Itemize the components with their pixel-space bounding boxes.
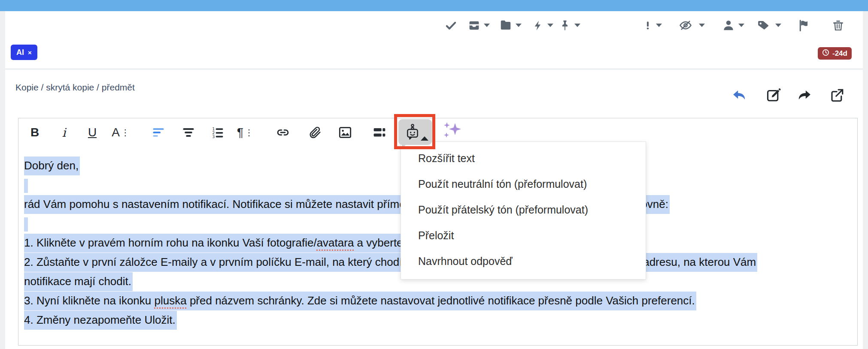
top-accent-bar <box>0 0 868 11</box>
ai-menu-item[interactable]: Přeložit <box>401 223 646 248</box>
edit-compose-icon <box>766 87 781 105</box>
breadcrumb-link[interactable]: skrytá kopie <box>46 82 94 92</box>
sparkles-icon <box>441 120 463 143</box>
align-left-button[interactable] <box>148 122 169 143</box>
person-icon <box>722 19 735 32</box>
paragraph-icon: ¶ <box>237 126 243 139</box>
editor-line: 3. Nyní klikněte na ikonku pluska před n… <box>24 291 854 310</box>
paragraph-format-button[interactable]: ¶ ⋮ <box>235 122 255 143</box>
exclamation-icon <box>643 19 653 32</box>
breadcrumb-link[interactable]: Kopie <box>15 82 39 92</box>
ai-menu-item[interactable]: Použít přátelský tón (přeformulovat) <box>401 197 646 223</box>
image-icon <box>338 126 352 139</box>
italic-button[interactable]: i <box>54 122 74 143</box>
text-segment: 3. Nyní klikněte na ikonku <box>24 294 155 307</box>
flag-icon <box>798 19 810 32</box>
misspelled-word: pluska <box>155 294 187 307</box>
sla-countdown-badge: -24d <box>818 47 852 60</box>
automation-button[interactable] <box>532 18 553 33</box>
forward-arrow-icon <box>796 88 813 104</box>
flag-button[interactable] <box>798 18 810 33</box>
selected-text: 4. Změny nezapomeňte Uložit. <box>24 311 177 330</box>
edit-button[interactable] <box>765 87 782 105</box>
reply-arrow-icon <box>731 88 747 104</box>
paperclip-icon <box>308 126 322 139</box>
menu-open-caret-icon <box>421 136 428 141</box>
done-button[interactable] <box>445 18 457 33</box>
archive-tray-icon <box>468 19 480 32</box>
ai-menu-item[interactable]: Rozšířit text <box>401 145 646 171</box>
check-icon <box>445 19 457 32</box>
text-segment: 4. Změny nezapomeňte Uložit. <box>24 313 176 326</box>
font-style-button[interactable]: A ⋮ <box>110 122 131 143</box>
selected-text: notifikace mají chodit. <box>24 272 133 291</box>
ai-assistant-menu: Rozšířit textPoužít neutrální tón (přefo… <box>401 141 646 280</box>
ordered-list-button[interactable]: 123 <box>207 122 228 143</box>
ai-menu-item[interactable]: Navrhnout odpověď <box>401 248 646 274</box>
align-center-button[interactable] <box>178 122 199 143</box>
font-letter: A <box>112 126 120 139</box>
reply-button[interactable] <box>731 87 748 105</box>
link-icon <box>275 126 291 139</box>
selection-strip <box>24 217 28 232</box>
attachment-button[interactable] <box>305 122 325 143</box>
folder-icon <box>499 19 512 32</box>
align-left-icon <box>151 126 166 139</box>
text-segment: před názvem schránky. Zde si můžete nast… <box>187 294 695 307</box>
folder-button[interactable] <box>499 18 522 33</box>
editor-line: 4. Změny nezapomeňte Uložit. <box>24 310 854 330</box>
insert-image-button[interactable] <box>335 122 355 143</box>
selection-strip <box>24 179 28 193</box>
share-button[interactable] <box>829 87 846 105</box>
svg-text:3: 3 <box>212 135 215 139</box>
text-segment: Dobrý den, <box>24 159 79 172</box>
remove-tag-icon[interactable]: × <box>28 49 32 56</box>
breadcrumb-separator: / <box>94 82 102 92</box>
hide-caret-icon <box>699 24 705 27</box>
automation-caret-icon <box>547 24 553 27</box>
text-segment: notifikace mají chodit. <box>24 275 131 288</box>
eye-off-icon <box>678 19 693 32</box>
priority-button[interactable] <box>643 18 662 33</box>
ai-sparkles-button[interactable] <box>440 121 464 142</box>
tags-button[interactable] <box>756 18 781 33</box>
tag-label: AI <box>16 48 24 57</box>
bold-button[interactable]: B <box>24 122 45 143</box>
breadcrumb: Kopie / skrytá kopie / předmět <box>15 82 135 93</box>
pin-caret-icon <box>574 24 580 27</box>
ordered-list-icon: 123 <box>210 126 225 139</box>
paragraph-dots-icon: ⋮ <box>245 127 253 138</box>
selected-text: Dobrý den, <box>24 156 80 175</box>
text-segment: 1. Klikněte v pravém horním rohu na ikon… <box>24 236 317 249</box>
underline-button[interactable]: U <box>82 122 103 143</box>
canned-responses-button[interactable] <box>369 122 390 143</box>
text-segment: 2. Zůstaňte v první záložce E-maily a v … <box>24 256 756 268</box>
selected-text: 2. Zůstaňte v první záložce E-maily a v … <box>24 253 757 272</box>
hide-button[interactable] <box>678 18 705 33</box>
assignee-caret-icon <box>738 24 744 27</box>
pushpin-icon <box>559 19 571 32</box>
pin-button[interactable] <box>559 18 580 33</box>
insert-link-button[interactable] <box>273 122 293 143</box>
assignee-button[interactable] <box>722 18 744 33</box>
tags-caret-icon <box>775 24 781 27</box>
ai-assistant-button[interactable] <box>398 119 432 145</box>
misspelled-word: avatara <box>317 236 354 249</box>
trash-icon <box>832 19 844 32</box>
share-export-icon <box>829 87 845 105</box>
priority-caret-icon <box>656 24 662 27</box>
sla-value: -24d <box>832 49 847 58</box>
archive-caret-icon <box>484 24 490 27</box>
header-divider <box>5 69 863 69</box>
breadcrumb-separator: / <box>39 82 46 92</box>
font-dots-icon: ⋮ <box>121 127 130 138</box>
breadcrumb-link[interactable]: předmět <box>102 82 135 92</box>
archive-button[interactable] <box>468 18 490 33</box>
tag-ai-badge[interactable]: AI × <box>11 45 37 60</box>
forward-button[interactable] <box>796 87 813 105</box>
align-center-icon <box>181 126 196 139</box>
ai-menu-item[interactable]: Použít neutrální tón (přeformulovat) <box>401 171 646 197</box>
page: AI × -24d Kopie / skrytá kopie / předmět… <box>0 0 868 349</box>
delete-button[interactable] <box>832 18 844 33</box>
selected-text: 3. Nyní klikněte na ikonku pluska před n… <box>24 292 696 310</box>
